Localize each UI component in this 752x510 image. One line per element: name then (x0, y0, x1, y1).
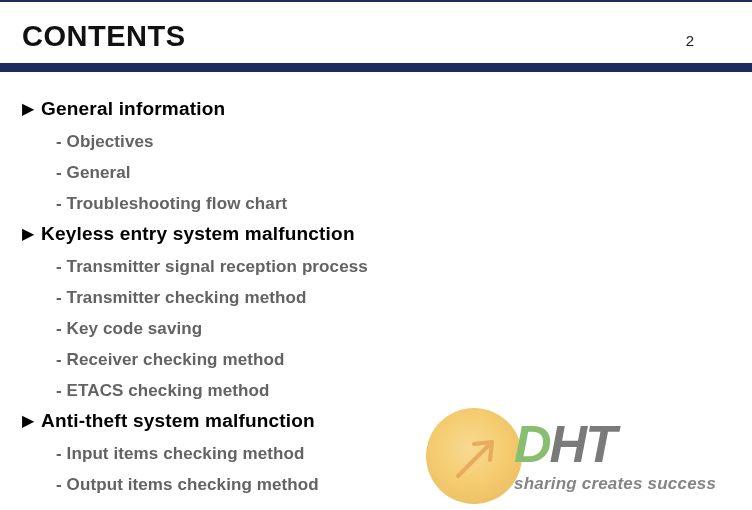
toc-item: Transmitter signal reception process (56, 251, 730, 282)
toc-section: ▶ General information Objectives General… (22, 98, 730, 219)
header-underline (0, 63, 752, 72)
toc-section-title: Keyless entry system malfunction (41, 223, 355, 245)
toc-section-head: ▶ General information (22, 98, 730, 120)
toc-item: Troubleshooting flow chart (56, 188, 730, 219)
toc-item: Receiver checking method (56, 344, 730, 375)
toc-item-list: Objectives General Troubleshooting flow … (22, 126, 730, 219)
toc-section-head: ▶ Keyless entry system malfunction (22, 223, 730, 245)
triangle-right-icon: ▶ (22, 413, 34, 429)
triangle-right-icon: ▶ (22, 101, 34, 117)
toc-section-title: Anti-theft system malfunction (41, 410, 315, 432)
page-title: CONTENTS (22, 20, 686, 53)
page-header: CONTENTS 2 (0, 2, 752, 63)
toc-item: Objectives (56, 126, 730, 157)
page-number: 2 (686, 32, 730, 49)
toc-section-title: General information (41, 98, 225, 120)
toc-item: Input items checking method (56, 438, 730, 469)
toc-item: Transmitter checking method (56, 282, 730, 313)
toc-section: ▶ Keyless entry system malfunction Trans… (22, 223, 730, 406)
triangle-right-icon: ▶ (22, 226, 34, 242)
contents-body: ▶ General information Objectives General… (0, 72, 752, 500)
toc-item: Output items checking method (56, 469, 730, 500)
toc-item-list: Transmitter signal reception process Tra… (22, 251, 730, 406)
toc-item: Key code saving (56, 313, 730, 344)
toc-item-list: Input items checking method Output items… (22, 438, 730, 500)
toc-item: ETACS checking method (56, 375, 730, 406)
toc-section: ▶ Anti-theft system malfunction Input it… (22, 410, 730, 500)
toc-section-head: ▶ Anti-theft system malfunction (22, 410, 730, 432)
toc-item: General (56, 157, 730, 188)
